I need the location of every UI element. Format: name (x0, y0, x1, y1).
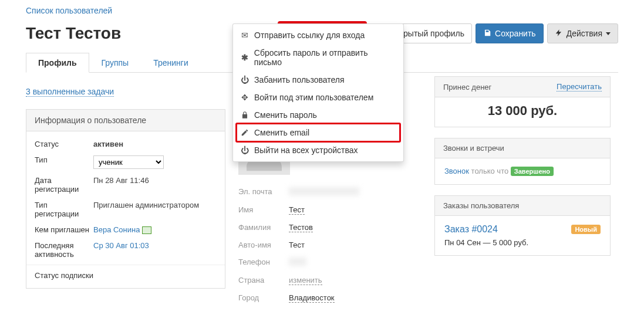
users-list-link[interactable]: Список пользователей (26, 6, 112, 15)
call-status-badge: Завершено (511, 167, 554, 176)
menu-change-password[interactable]: Сменить пароль (233, 106, 403, 124)
type-label: Тип (35, 155, 93, 169)
page-title: Тест Тестов (26, 24, 121, 43)
call-link[interactable]: Звонок (444, 167, 469, 175)
city-value[interactable]: Владивосток (289, 293, 335, 303)
tab-groups[interactable]: Группы (89, 53, 141, 73)
city-label: Город (238, 293, 289, 303)
lastname-label: Фамилия (238, 223, 289, 232)
tab-trainings[interactable]: Тренинги (141, 53, 201, 73)
save-label: Сохранить (495, 29, 536, 38)
order-link[interactable]: Заказ #0024 (444, 224, 498, 235)
menu-change-email[interactable]: Сменить email (233, 124, 403, 141)
menu-login-as[interactable]: ✥ Войти под этим пользователем (233, 89, 403, 106)
last-activity-label: Последняя активность (35, 241, 93, 259)
calls-panel-title: Звонки и встречи (443, 144, 504, 153)
phone-value (289, 258, 306, 266)
call-when: только что (471, 167, 509, 175)
status-label: Статус (35, 140, 93, 148)
reg-type-value: Приглашен администратором (93, 201, 217, 218)
edit-icon (240, 128, 249, 137)
menu-reset-password[interactable]: ✱ Сбросить пароль и отправить письмо (233, 44, 403, 71)
asterisk-icon: ✱ (240, 53, 249, 62)
power-icon: ⏻ (240, 145, 249, 155)
invited-by-label: Кем приглашен (35, 225, 93, 234)
money-badge-icon (142, 226, 151, 234)
money-panel-title: Принес денег (443, 83, 491, 92)
caret-down-icon (606, 32, 611, 35)
actions-dropdown-button[interactable]: Действия (547, 23, 618, 43)
last-activity-link[interactable]: Ср 30 Авг 01:03 (93, 241, 149, 250)
email-label: Эл. почта (238, 187, 289, 197)
envelope-icon: ✉ (240, 31, 249, 40)
user-info-title: Информация о пользователе (26, 110, 225, 131)
recalculate-link[interactable]: Пересчитать (557, 82, 602, 92)
calls-panel: Звонки и встречи Звонок только что Завер… (434, 138, 611, 185)
reg-date-value: Пн 28 Авг 11:46 (93, 176, 217, 194)
move-icon: ✥ (240, 93, 249, 102)
firstname-value[interactable]: Тест (289, 205, 305, 215)
money-panel: Принес денег Пересчитать 13 000 руб. (434, 76, 611, 127)
country-change-link[interactable]: изменить (289, 276, 322, 285)
menu-ban-user[interactable]: ⏻ Забанить пользователя (233, 71, 403, 89)
firstname-label: Имя (238, 205, 289, 215)
email-value (289, 187, 359, 195)
tab-profile[interactable]: Профиль (26, 53, 89, 73)
reg-type-label: Тип регистрации (35, 201, 93, 218)
menu-send-login-link[interactable]: ✉ Отправить ссылку для входа (233, 26, 403, 44)
lastname-value[interactable]: Тестов (289, 223, 313, 232)
country-label: Страна (238, 276, 289, 285)
lightning-icon (555, 29, 563, 39)
user-info-panel: Информация о пользователе Статус активен… (26, 109, 225, 289)
power-icon: ⏻ (240, 75, 249, 84)
lock-icon (240, 111, 249, 119)
money-value: 13 000 руб. (435, 97, 610, 127)
order-status-badge: Новый (571, 225, 601, 234)
subscription-status-label: Статус подписки (35, 271, 93, 280)
autoname-value: Тест (289, 241, 422, 249)
orders-panel-title: Заказы пользователя (443, 201, 519, 210)
completed-tasks-link[interactable]: 3 выполненные задачи (26, 87, 114, 97)
user-type-select[interactable]: ученик (93, 155, 164, 169)
save-button[interactable]: Сохранить (476, 23, 544, 43)
orders-panel: Заказы пользователя Заказ #0024 Новый Пн… (434, 195, 611, 256)
phone-label: Телефон (238, 258, 289, 268)
save-icon (483, 29, 491, 39)
invited-by-link[interactable]: Вера Сонина (93, 225, 140, 234)
autoname-label: Авто-имя (238, 241, 289, 249)
auth-menu: ✉ Отправить ссылку для входа ✱ Сбросить … (232, 23, 404, 162)
actions-label: Действия (567, 29, 602, 38)
status-value: активен (93, 140, 123, 148)
order-details: Пн 04 Сен — 5 000 руб. (444, 238, 601, 247)
reg-date-label: Дата регистрации (35, 176, 93, 194)
menu-logout-all[interactable]: ⏻ Выйти на всех устройствах (233, 141, 403, 159)
